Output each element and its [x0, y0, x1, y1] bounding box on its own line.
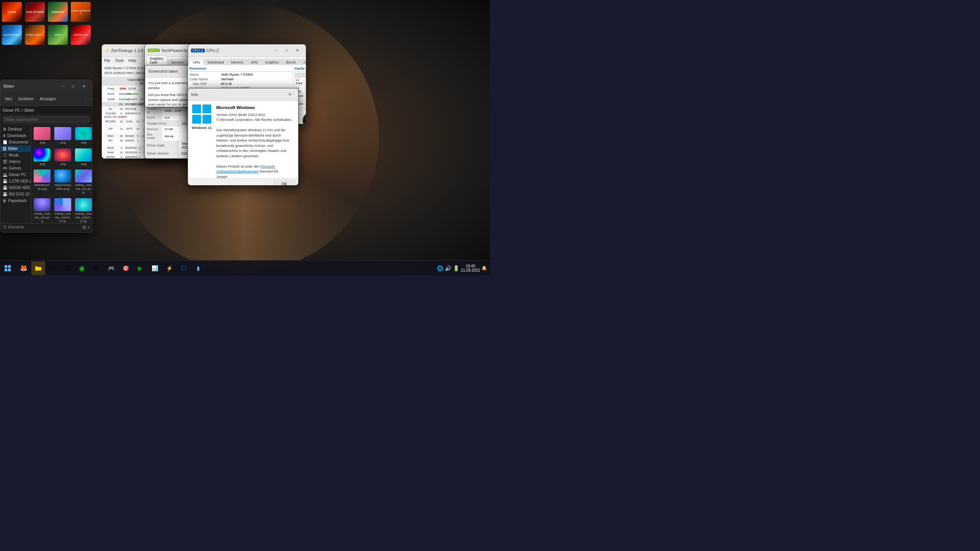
tab-sensors[interactable]: Sensors	[168, 59, 187, 65]
menu-tools[interactable]: Tools	[115, 59, 124, 63]
tray-notification[interactable]: 🔔	[482, 266, 487, 271]
file-item[interactable]: 3fk3vtbcxhr91.png	[33, 168, 52, 196]
close-button[interactable]: ✕	[78, 82, 89, 90]
zentimings-app-icon: ⚡	[105, 48, 109, 52]
tab-spd[interactable]: SPD	[247, 59, 261, 65]
maximize-button[interactable]: □	[281, 47, 292, 54]
sort-button[interactable]: Sortieren	[16, 96, 36, 102]
taskbar-files[interactable]	[31, 261, 45, 275]
sidebar-item-pictures[interactable]: 🖼 Bilder	[0, 145, 31, 152]
cpu-codename: Vermeer	[221, 77, 291, 81]
tab-memory[interactable]: Memory	[228, 59, 247, 65]
taskbar-blue[interactable]: ⬡	[177, 261, 191, 275]
address-bar[interactable]: Dieser PC > Bilder	[0, 106, 92, 115]
tab-bench[interactable]: Bench	[283, 59, 300, 65]
file-item[interactable]: .png	[33, 126, 52, 146]
game-icon-horizon[interactable]: HORIZON	[48, 2, 68, 22]
win-info-ok-button[interactable]: OK	[274, 180, 295, 186]
tray-battery[interactable]: 🔋	[453, 265, 459, 271]
file-item[interactable]: hwp0munspd691.png	[53, 168, 72, 196]
game-icon-dying[interactable]: DYING LIGHT 2	[25, 25, 45, 45]
file-item[interactable]: infinity_colorful_v04V2.p ng	[53, 197, 72, 223]
file-item[interactable]: .png	[74, 126, 92, 146]
taskbar-green[interactable]: ◉	[75, 261, 89, 275]
taskbar-clock[interactable]: 19:45 21.09.2022	[461, 264, 480, 272]
maximize-button[interactable]: □	[68, 82, 78, 90]
sidebar-item-documents[interactable]: 📄 Dokumente	[0, 139, 31, 145]
l1-inst-size: 8 x 32 KBytes	[305, 86, 306, 94]
sidebar-item-videos[interactable]: 🎬 Videos	[0, 158, 31, 165]
menu-file[interactable]: File	[104, 59, 110, 63]
game-icon-forza[interactable]: FORZA HORIZON 5	[71, 2, 91, 22]
new-button[interactable]: Neu	[3, 96, 14, 102]
file-sidebar: 🖥 Desktop ⬇ Downloads 📄 Dokumente 🖼 Bild…	[0, 124, 31, 223]
sidebar-item-thispc[interactable]: 💻 Dieser PC	[0, 171, 31, 178]
taskbar-steam[interactable]: 🎮	[104, 261, 118, 275]
cpuz-titlebar[interactable]: CPU-Z CPU-Z ─ □ ✕	[188, 44, 306, 57]
l1-data-size: 8 x 32 KBytes	[305, 78, 306, 86]
tab-graphics-card[interactable]: Graphics Card	[146, 55, 167, 65]
file-explorer-content: 🖥 Desktop ⬇ Downloads 📄 Dokumente 🖼 Bild…	[0, 124, 92, 223]
tab-cpu[interactable]: CPU	[189, 59, 204, 65]
game-icon-kena[interactable]: KENA	[48, 25, 68, 45]
file-item[interactable]: infinity_colorful_v01.png	[74, 168, 92, 196]
taskbar-green2[interactable]: ▶	[133, 261, 147, 275]
win-info-titlebar[interactable]: Info ✕	[188, 88, 298, 101]
sidebar-item-desktop[interactable]: 🖥 Desktop	[0, 126, 31, 132]
sidebar-item-hdd-f[interactable]: 💾 1,5TB HDD (F:)	[0, 178, 31, 184]
view-button[interactable]: Anzeigen	[38, 96, 58, 102]
taskbar-snipping[interactable]: ✂	[46, 261, 60, 275]
windows-logo-area: Windows 11	[192, 104, 212, 174]
file-item[interactable]: .png	[74, 147, 92, 167]
file-item[interactable]: infinity_colorful_v04.png	[33, 197, 52, 223]
menu-help[interactable]: Help	[128, 59, 136, 63]
view-toggle[interactable]: ⊞ ≡	[82, 225, 90, 230]
file-item[interactable]: .png	[33, 147, 52, 167]
close-button[interactable]: ✕	[292, 47, 303, 54]
sidebar-item-downloads[interactable]: ⬇ Downloads	[0, 132, 31, 139]
taskbar: 🦊 ✂ 🛍 ◉ ⚙ 🎮 🎯 ▶ 📊 ⚡ ⬡ ▮ 🌐 🔊 🔋 19:45 21.0…	[0, 260, 490, 276]
taskbar-firefox[interactable]: 🦊	[17, 261, 31, 275]
sidebar-item-ssd-d[interactable]: 💾 850 EVO (D:)	[0, 191, 31, 197]
sidebar-item-music[interactable]: 🎵 Musik	[0, 152, 31, 158]
taskbar-lightning[interactable]: ⚡	[162, 261, 176, 275]
game-icon-deathloop[interactable]: DEATHLOOP	[71, 25, 91, 45]
taskbar-ubisoft[interactable]: 🎯	[119, 261, 132, 275]
thumbnail	[75, 198, 92, 211]
tab-mainboard[interactable]: Mainboard	[204, 59, 227, 65]
file-item[interactable]: .png	[53, 147, 72, 167]
minimize-button[interactable]: ─	[57, 82, 68, 90]
max-tdp-label: Max TDP	[193, 82, 220, 86]
taskbar-monitor[interactable]: 📊	[148, 261, 162, 275]
game-icon-gow[interactable]: GOD OF WAR	[25, 2, 45, 22]
gpuz-title: TechPowerUp GPU-Z 2.50.0	[161, 48, 188, 53]
more-button[interactable]: ⋯	[84, 95, 90, 103]
sidebar-item-games[interactable]: 🎮 Games	[0, 165, 31, 171]
files-grid: .png .png .png .png .png	[31, 124, 92, 223]
start-button[interactable]	[0, 261, 15, 276]
win-info-title: Info	[191, 92, 284, 97]
tray-network[interactable]: 🌐	[437, 265, 443, 271]
game-icon-doom[interactable]: DOOM	[2, 2, 22, 22]
taskbar-settings[interactable]: ⚙	[90, 261, 103, 275]
tab-graphics[interactable]: Graphics	[262, 59, 283, 65]
taskbar-store[interactable]: 🛍	[60, 261, 74, 275]
sidebar-item-hdd-h[interactable]: 💾 500GB HDD (H:)	[0, 184, 31, 191]
win-user: Joseph	[216, 174, 294, 180]
hdd-h-icon: 💾	[3, 186, 7, 190]
file-explorer-titlebar[interactable]: Bilder ─ □ ✕	[0, 80, 92, 92]
win-info-close[interactable]: ✕	[284, 91, 295, 98]
downloads-icon: ⬇	[3, 134, 6, 138]
file-item[interactable]: .png	[53, 126, 72, 146]
search-bar[interactable]	[0, 115, 92, 124]
search-input[interactable]	[3, 116, 90, 123]
file-item[interactable]: infinity_colorful_v04V2.p ng	[74, 197, 92, 223]
game-icon-halo[interactable]: HALO INFINITE	[2, 25, 22, 45]
tray-volume[interactable]: 🔊	[445, 265, 451, 271]
taskbar-terminal[interactable]: ▮	[191, 261, 205, 275]
thumbnail	[75, 127, 92, 140]
tab-about[interactable]: About	[300, 59, 306, 65]
sidebar-item-recycle[interactable]: 🗑 Papierkorb	[0, 197, 31, 204]
minimize-button[interactable]: ─	[271, 47, 281, 54]
file-name: infinity_colorful_v01.png	[75, 183, 92, 194]
